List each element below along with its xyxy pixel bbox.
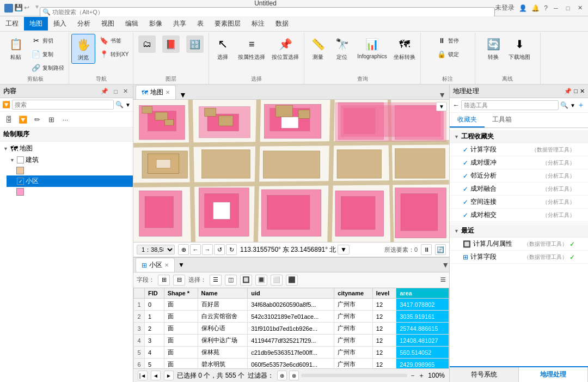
paste-button[interactable]: 📋 粘贴 [4, 34, 27, 63]
layer-more-btn[interactable]: ··· [59, 113, 72, 125]
menu-analysis[interactable]: 分析 [72, 17, 96, 31]
menu-insert[interactable]: 插入 [48, 17, 72, 31]
user-icon[interactable]: 👤 [519, 4, 527, 12]
geo-item-spatial-join[interactable]: ✓ 空间连接 （分析工具） [450, 196, 588, 209]
layer-grid-btn[interactable]: ⊞ [45, 113, 58, 125]
geo-item-pair-intersect[interactable]: ✓ 成对相交 （分析工具） [450, 209, 588, 222]
refresh-btn[interactable]: 🔄 [435, 244, 446, 255]
left-search-icon[interactable]: 🔍 [115, 101, 124, 108]
progress-plus[interactable]: ＋ [418, 371, 425, 380]
left-search-options[interactable]: ▼ [125, 102, 131, 108]
quick-access-save[interactable]: 💾 [15, 4, 22, 11]
geo-search-options[interactable]: ▼ [570, 102, 575, 108]
filter-clear-btn[interactable]: ⊗ [289, 371, 299, 380]
menu-data[interactable]: 数据 [270, 17, 294, 31]
map-container[interactable]: ▼ [133, 100, 449, 242]
download-map-button[interactable]: ⬇ 下载地图 [506, 34, 533, 63]
geo-search-icon[interactable]: 🔍 [560, 101, 568, 109]
geo-section-favorites-header[interactable]: ▼ 工程收藏夹 [450, 130, 588, 143]
select-btn5[interactable]: ⬜ [271, 275, 283, 286]
col-level[interactable]: level [372, 288, 396, 299]
tree-item-district[interactable]: ✓ 小区 [7, 175, 133, 187]
title-search-box[interactable]: 🔍 [40, 7, 495, 17]
left-panel-pin[interactable]: 📌 [99, 87, 110, 95]
quick-access-dropdown[interactable]: ▼ [34, 4, 40, 13]
footer-next-btn[interactable]: ► [164, 371, 174, 380]
col-cityname[interactable]: cityname [334, 288, 372, 299]
geo-section-recent-header[interactable]: ▼ 最近 [450, 225, 588, 238]
map-tab-dropdown[interactable]: ▼ [179, 90, 187, 99]
layer-pencil-btn[interactable]: ✏ [30, 113, 44, 125]
min-btn[interactable]: ─ [552, 4, 560, 12]
map-layer-btn1[interactable]: 🗂 [136, 34, 158, 54]
geo-search-input[interactable] [461, 100, 559, 110]
footer-tab-symbology[interactable]: 符号系统 [450, 367, 519, 382]
table-row[interactable]: 2 1 面 白云宾馆宿舍 542c3102189e7e01ace... 广州市 … [134, 311, 449, 323]
geo-tab-favorites[interactable]: 收藏夹 [450, 113, 485, 128]
rotate-right-btn[interactable]: ↻ [226, 244, 237, 255]
menu-share[interactable]: 共享 [168, 17, 192, 31]
map-tab-close[interactable]: ✕ [166, 89, 170, 95]
table-row[interactable]: 1 0 面 百好居 34f68ab00260590a8f5... 广州市 12 … [134, 299, 449, 311]
attr-tab-close[interactable]: ✕ [164, 262, 169, 268]
buildings-checkbox[interactable] [17, 156, 24, 163]
geo-item-pair-dissolve[interactable]: ✓ 成对融合 （分析工具） [450, 183, 588, 196]
col-name[interactable]: Name [198, 288, 248, 299]
footer-first-btn[interactable]: |◄ [138, 371, 148, 380]
col-area[interactable]: area [396, 288, 449, 299]
col-uid[interactable]: uid [248, 288, 334, 299]
col-fid[interactable]: FID [145, 288, 164, 299]
close-btn[interactable]: ✕ [576, 4, 584, 12]
geo-item-near-analysis[interactable]: ✓ 邻近分析 （分析工具） [450, 169, 588, 183]
pause-render-btn[interactable]: ⏸ [421, 244, 432, 255]
select-btn6[interactable]: ⬛ [286, 275, 298, 286]
infographics-button[interactable]: 📊 Infographics [354, 34, 389, 61]
attr-menu-btn[interactable]: ≡ [440, 274, 446, 286]
fields-btn2[interactable]: ⊟ [173, 275, 185, 286]
table-row[interactable]: 6 5 面 碧水明筑 060f5e53573e6cd6091... 广州市 12… [134, 359, 449, 369]
copy-path-button[interactable]: 🔗 复制路径 [28, 61, 66, 74]
quick-access-undo[interactable]: ↩ [24, 4, 33, 13]
table-row[interactable]: 4 3 面 保利中达广场 41194477df325217f29... 广州市 … [134, 335, 449, 347]
map-tab[interactable]: 🗺 地图 ✕ [136, 85, 176, 99]
layer-db-btn[interactable]: 🗄 [2, 113, 15, 125]
menu-view[interactable]: 视图 [96, 17, 120, 31]
menu-map[interactable]: 地图 [24, 17, 48, 31]
extent-back-btn[interactable]: ← [190, 244, 201, 255]
select-button[interactable]: ↖ 选择 [211, 34, 234, 63]
map-layer-btn3[interactable]: 🔡 [183, 34, 206, 54]
progress-minus[interactable]: － [409, 371, 416, 380]
table-row[interactable]: 3 2 面 保利心语 31f9101bd7ed1cb926e... 广州市 12… [134, 323, 449, 335]
lock-button[interactable]: 🔒 锁定 [434, 47, 461, 60]
map-panel-collapse[interactable]: ▼ [438, 90, 446, 99]
menu-edit[interactable]: 编辑 [120, 17, 144, 31]
select-btn2[interactable]: ◫ [225, 275, 237, 286]
geo-item-calc-field[interactable]: ✓ 计算字段 （数据管理工具） [450, 143, 588, 156]
help-btn[interactable]: ? [544, 4, 548, 12]
attr-table-collapse[interactable]: ▼ [442, 260, 449, 269]
left-search-input[interactable] [12, 100, 114, 110]
select-btn4[interactable]: 🔳 [255, 275, 267, 286]
rotate-btn[interactable]: ↺ [214, 244, 225, 255]
right-back-btn[interactable]: ← [453, 101, 460, 109]
extent-fwd-btn[interactable]: → [202, 244, 213, 255]
locate-button[interactable]: 🔭 定位 [330, 34, 353, 63]
attr-tab-dropdown[interactable]: ▼ [178, 261, 185, 269]
pause-button[interactable]: ⏸ 暂停 [434, 34, 461, 47]
left-panel-close[interactable]: ✕ [121, 87, 130, 95]
menu-imagery[interactable]: 影像 [144, 17, 168, 31]
menu-table[interactable]: 表 [192, 17, 209, 31]
district-checkbox[interactable]: ✓ [17, 178, 24, 185]
browse-button[interactable]: 🖐 浏览 [71, 34, 95, 64]
table-row[interactable]: 5 4 面 保林苑 c21db9e5363517fe00ff... 广州市 12… [134, 347, 449, 359]
cut-button[interactable]: ✂ 剪切 [28, 34, 66, 47]
map-view[interactable] [133, 100, 449, 242]
bookmark-button[interactable]: 🔖 书签 [96, 34, 131, 47]
geo-tab-toolbox[interactable]: 工具箱 [485, 113, 519, 128]
left-panel-float[interactable]: □ [112, 88, 119, 95]
geo-item-calc-geometry[interactable]: 🔲 计算几何属性 （数据管理工具） ✓ [450, 238, 588, 251]
attr-select-button[interactable]: ≡ 按属性选择 [235, 34, 268, 63]
measure-button[interactable]: 📏 测量 [307, 34, 329, 63]
fields-btn1[interactable]: ⊞ [158, 275, 170, 286]
footer-tab-geoprocessing[interactable]: 地理处理 [519, 367, 588, 382]
